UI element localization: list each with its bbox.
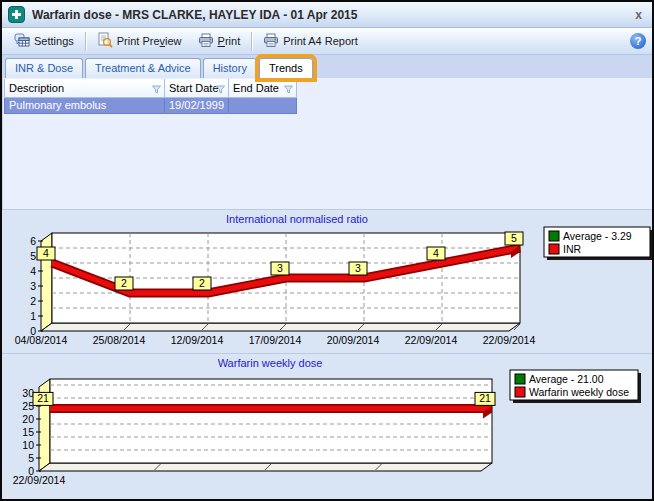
svg-text:6: 6 xyxy=(30,235,36,247)
filter-funnel-icon[interactable] xyxy=(216,84,225,96)
cell-description: Pulmonary embolus xyxy=(5,97,165,113)
svg-text:4: 4 xyxy=(433,247,439,259)
print-preview-button[interactable]: Print Preview xyxy=(89,28,190,54)
column-header-end-date[interactable]: End Date xyxy=(229,79,297,97)
svg-text:20/09/2014: 20/09/2014 xyxy=(327,334,380,346)
svg-text:5: 5 xyxy=(30,250,36,262)
svg-text:Warfarin weekly dose: Warfarin weekly dose xyxy=(529,386,629,398)
print-icon xyxy=(263,33,279,50)
svg-text:10: 10 xyxy=(22,439,34,451)
column-header-description[interactable]: Description xyxy=(5,79,165,97)
svg-text:International normalised ratio: International normalised ratio xyxy=(226,213,368,225)
svg-text:Warfarin weekly dose: Warfarin weekly dose xyxy=(218,357,323,369)
svg-text:22/09/2014: 22/09/2014 xyxy=(13,474,66,486)
app-medical-cross-icon xyxy=(8,6,25,23)
svg-text:04/08/2014: 04/08/2014 xyxy=(15,334,68,346)
print-preview-icon xyxy=(97,32,113,50)
toolbar-separator xyxy=(251,32,252,51)
svg-text:5: 5 xyxy=(511,232,517,244)
settings-icon xyxy=(14,33,30,50)
title-bar: Warfarin dose - MRS CLARKE, HAYLEY IDA -… xyxy=(2,2,652,28)
warfarin-dose-window: Warfarin dose - MRS CLARKE, HAYLEY IDA -… xyxy=(0,0,654,501)
print-a4-report-button[interactable]: Print A4 Report xyxy=(255,29,366,54)
svg-text:21: 21 xyxy=(37,392,49,404)
toolbar: SettingsPrint PreviewPrintPrint A4 Repor… xyxy=(2,28,652,55)
tab-inr-dose[interactable]: INR & Dose xyxy=(5,58,83,78)
filter-funnel-icon[interactable] xyxy=(152,84,161,96)
svg-text:17/09/2014: 17/09/2014 xyxy=(249,334,302,346)
problems-list-panel: DescriptionStart DateEnd Date Pulmonary … xyxy=(2,78,652,209)
tab-treatment-advice[interactable]: Treatment & Advice xyxy=(85,58,201,78)
svg-text:21: 21 xyxy=(479,392,491,404)
cell-end-date xyxy=(229,97,297,113)
settings-button[interactable]: Settings xyxy=(6,29,82,54)
print-label: Print xyxy=(218,35,241,47)
svg-text:2: 2 xyxy=(121,277,127,289)
warfarin-dose-chart-panel: Warfarin weekly dose05101520253022/09/20… xyxy=(2,353,652,499)
svg-text:INR: INR xyxy=(563,243,582,255)
svg-text:Average - 21.00: Average - 21.00 xyxy=(529,373,604,385)
column-label: End Date xyxy=(233,82,279,94)
close-icon[interactable]: x xyxy=(631,8,646,22)
svg-text:25/08/2014: 25/08/2014 xyxy=(93,334,146,346)
svg-text:4: 4 xyxy=(43,247,49,259)
table-header-row: DescriptionStart DateEnd Date xyxy=(5,79,297,97)
column-label: Description xyxy=(9,82,64,94)
problems-table: DescriptionStart DateEnd Date Pulmonary … xyxy=(4,79,297,114)
svg-text:Average - 3.29: Average - 3.29 xyxy=(563,230,632,242)
help-icon[interactable]: ? xyxy=(630,33,646,49)
svg-text:4: 4 xyxy=(30,265,36,277)
svg-text:12/09/2014: 12/09/2014 xyxy=(171,334,224,346)
table-row[interactable]: Pulmonary embolus19/02/1999 xyxy=(5,97,297,113)
inr-chart-panel: International normalised ratio012345604/… xyxy=(2,209,652,353)
svg-text:1: 1 xyxy=(30,310,36,322)
svg-text:22/09/2014: 22/09/2014 xyxy=(405,334,458,346)
tab-strip: INR & DoseTreatment & AdviceHistoryTrend… xyxy=(2,55,652,78)
cell-start-date: 19/02/1999 xyxy=(165,97,229,113)
print-button[interactable]: Print xyxy=(190,29,249,54)
svg-text:2: 2 xyxy=(199,277,205,289)
svg-text:3: 3 xyxy=(30,280,36,292)
svg-text:2: 2 xyxy=(30,295,36,307)
print-a4-report-label: Print A4 Report xyxy=(283,35,358,47)
tab-trends[interactable]: Trends xyxy=(259,58,313,78)
toolbar-separator xyxy=(85,32,86,51)
tab-history[interactable]: History xyxy=(203,58,257,78)
svg-text:15: 15 xyxy=(22,426,34,438)
print-icon xyxy=(198,33,214,50)
svg-text:20: 20 xyxy=(22,413,34,425)
inr-trend-chart: International normalised ratio012345604/… xyxy=(2,210,654,353)
warfarin-weekly-dose-chart: Warfarin weekly dose05101520253022/09/20… xyxy=(2,354,654,499)
svg-text:30: 30 xyxy=(22,387,34,399)
print-preview-label: Print Preview xyxy=(117,35,182,47)
column-header-start-date[interactable]: Start Date xyxy=(165,79,229,97)
window-title: Warfarin dose - MRS CLARKE, HAYLEY IDA -… xyxy=(32,8,631,22)
svg-text:5: 5 xyxy=(28,452,34,464)
svg-text:25: 25 xyxy=(22,400,34,412)
column-label: Start Date xyxy=(169,82,219,94)
svg-text:3: 3 xyxy=(355,262,361,274)
filter-funnel-icon[interactable] xyxy=(284,84,293,96)
svg-text:22/09/2014: 22/09/2014 xyxy=(483,334,536,346)
settings-label: Settings xyxy=(34,35,74,47)
svg-text:3: 3 xyxy=(277,262,283,274)
